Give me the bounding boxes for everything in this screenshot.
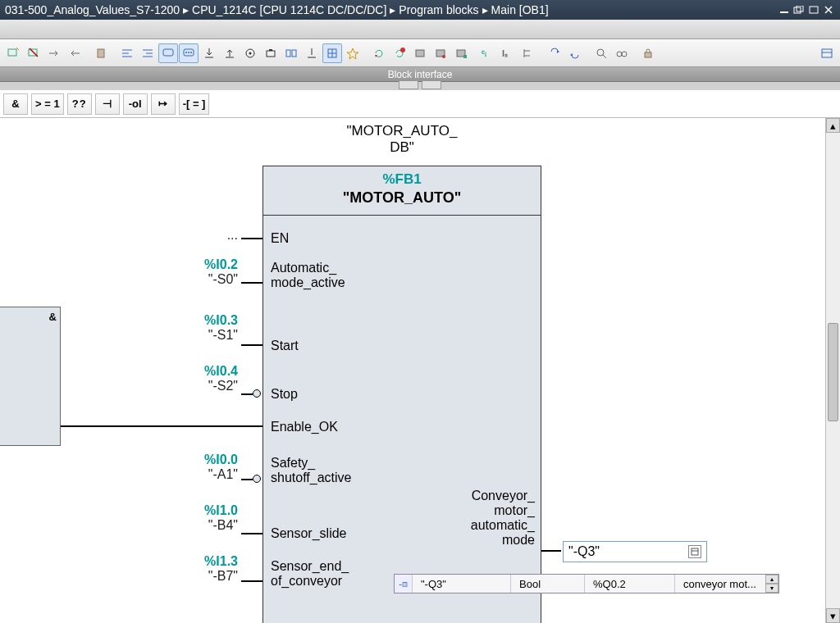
breadcrumb-0[interactable]: 031-500_Analog_Values_S7-1200 (5, 3, 180, 16)
toolbar-device3-icon[interactable] (451, 43, 471, 63)
sig-start-addr: %I0.3 (164, 313, 238, 328)
toolbar-search-icon[interactable] (591, 43, 611, 63)
fbd-and-button[interactable]: & (3, 93, 28, 115)
toolbar-download-icon[interactable] (199, 43, 219, 63)
fb-address: %FB1 (267, 171, 537, 188)
maximize-button[interactable] (807, 4, 820, 16)
toolbar-comments-icon[interactable] (158, 43, 178, 63)
upstream-and-block[interactable]: & (0, 307, 61, 446)
svg-marker-47 (557, 50, 559, 53)
wire (241, 393, 253, 395)
toolbar-stop-refresh-icon[interactable] (390, 43, 409, 63)
toolbar-lock-icon[interactable] (638, 43, 658, 63)
fbd-not-button[interactable]: ⊣ (95, 93, 120, 115)
vertical-scrollbar[interactable]: ▴ ▾ (825, 118, 840, 623)
svg-rect-37 (416, 50, 424, 57)
sub-header (0, 20, 840, 39)
sig-en-tag[interactable]: ... (164, 228, 238, 243)
toolbar-paste-icon[interactable] (91, 43, 111, 63)
toolbar-upload-icon[interactable] (220, 43, 240, 63)
sig-slide-addr: %I1.0 (164, 503, 238, 518)
tooltip-scroll[interactable]: ▴▾ (765, 575, 778, 593)
toolbar-show-tags-icon[interactable] (179, 43, 199, 63)
svg-point-19 (185, 52, 187, 53)
dropdown-icon[interactable] (688, 545, 701, 558)
fbd-assign-button[interactable]: ↦ (151, 93, 176, 115)
sig-slide-tag[interactable]: "-B4" (164, 518, 238, 533)
and-symbol: & (49, 311, 57, 323)
toolbar-hierarchy-icon[interactable] (518, 43, 538, 63)
svg-rect-31 (328, 49, 336, 57)
negation-icon[interactable] (253, 389, 261, 398)
sig-stop-tag[interactable]: "-S2" (164, 379, 238, 393)
wire (241, 238, 262, 239)
titlebar: 031-500_Analog_Values_S7-1200 ▸ CPU_1214… (0, 0, 840, 20)
toolbar-grid-icon[interactable] (322, 43, 342, 63)
pin-conveyor-out: Conveyor_ motor_ automatic_ mode (427, 489, 535, 548)
toolbar-refresh-icon[interactable] (369, 43, 389, 63)
svg-point-51 (617, 52, 622, 57)
fbd-empty-box-button[interactable]: ?? (67, 93, 92, 115)
toolbar-monitor-icon[interactable] (240, 43, 260, 63)
close-button[interactable] (822, 4, 835, 16)
restore-button[interactable] (792, 4, 806, 16)
scroll-up-icon[interactable]: ▴ (826, 118, 840, 133)
toolbar-insert-network-icon[interactable] (3, 43, 23, 63)
output-tag-input[interactable]: "-Q3" (563, 541, 707, 562)
wire (241, 580, 262, 582)
svg-line-9 (30, 48, 38, 57)
toolbar-go-back-icon[interactable] (65, 43, 84, 63)
sig-safety-tag[interactable]: "-A1" (164, 467, 238, 482)
output-tag-value: "-Q3" (568, 544, 600, 559)
fbd-or-button[interactable]: > = 1 (31, 93, 64, 115)
toolbar-compare-icon[interactable] (281, 43, 301, 63)
toolbar-download-all-icon[interactable] (302, 43, 322, 63)
block-interface-splitter[interactable]: Block interface (0, 67, 840, 82)
breadcrumb-2[interactable]: Program blocks (399, 3, 478, 16)
svg-rect-1 (794, 7, 801, 13)
splitter-grip[interactable] (399, 81, 418, 89)
negation-icon[interactable] (253, 475, 261, 483)
fbd-branch-button[interactable]: -ol (123, 93, 148, 115)
tag-icon: -⧈ (395, 575, 413, 593)
scroll-thumb[interactable] (828, 323, 838, 421)
toolbar-go-to-icon[interactable] (44, 43, 64, 63)
fb-name: "MOTOR_AUTO" (267, 189, 537, 207)
breadcrumb-1[interactable]: CPU_1214C [CPU 1214C DC/DC/DC] (192, 3, 386, 16)
toolbar-call-struct-icon[interactable]: Iₛ (498, 43, 518, 63)
toolbar-favorites-icon[interactable] (343, 43, 363, 63)
tooltip-comment: conveyor mot... (675, 575, 765, 593)
toolbar-glasses-icon[interactable] (612, 43, 632, 63)
svg-rect-3 (810, 7, 818, 13)
toolbar-call-env-icon[interactable]: ᶜᵢ (477, 43, 497, 63)
scroll-down-icon[interactable]: ▾ (826, 608, 840, 623)
svg-rect-10 (98, 49, 104, 57)
tag-tooltip[interactable]: -⧈ "-Q3" Bool %Q0.2 conveyor mot... ▴▾ (394, 574, 779, 593)
fbd-coil-button[interactable]: -[ = ] (179, 93, 210, 115)
minimize-button[interactable] (778, 4, 791, 16)
toolbar-snapshot-icon[interactable] (261, 43, 281, 63)
svg-point-52 (622, 52, 627, 57)
fbd-canvas[interactable]: "MOTOR_AUTO_ DB" %FB1 "MOTOR_AUTO" EN Au… (0, 118, 840, 623)
toolbar-device2-icon[interactable] (431, 43, 450, 63)
fb-call-box[interactable]: %FB1 "MOTOR_AUTO" (262, 166, 541, 623)
svg-point-36 (400, 48, 405, 52)
svg-rect-40 (457, 50, 465, 57)
svg-rect-18 (184, 49, 194, 56)
toolbar-align-left-icon[interactable] (117, 43, 137, 63)
svg-point-25 (249, 52, 252, 55)
sig-auto-tag[interactable]: "-S0" (164, 272, 238, 287)
toolbar-align-right-icon[interactable] (138, 43, 158, 63)
splitter-grip[interactable] (422, 81, 441, 89)
breadcrumb-sep: ▸ (390, 3, 395, 16)
toolbar-sync1-icon[interactable] (545, 43, 564, 63)
svg-text:ᶜᵢ: ᶜᵢ (482, 48, 486, 58)
breadcrumb-3[interactable]: Main [OB1] (491, 3, 549, 16)
toolbar-props-icon[interactable] (817, 43, 837, 63)
toolbar-device-icon[interactable] (410, 43, 430, 63)
svg-point-20 (188, 52, 189, 53)
sig-start-tag[interactable]: "-S1" (164, 328, 238, 343)
sig-end-tag[interactable]: "-B7" (164, 569, 238, 584)
toolbar-sync2-icon[interactable] (565, 43, 585, 63)
toolbar-delete-network-icon[interactable] (24, 43, 43, 63)
